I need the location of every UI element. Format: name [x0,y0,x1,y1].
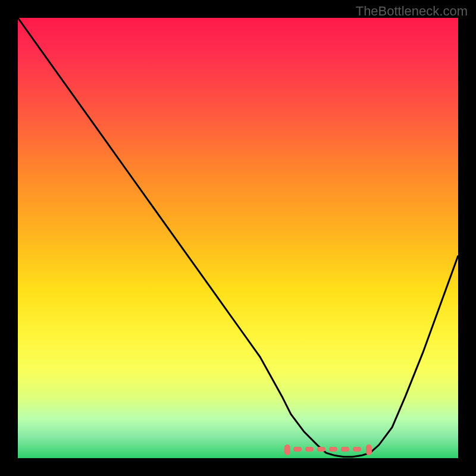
chart-plot-area [18,18,458,458]
marker-segment [353,447,361,452]
watermark-text: TheBottleneck.com [356,4,468,19]
marker-end-right [366,444,372,455]
marker-segment [293,447,302,452]
curve-svg [18,18,458,458]
marker-segment [317,447,325,452]
marker-segment [341,447,349,452]
marker-segment [305,447,314,452]
marker-segment [329,447,337,452]
bottleneck-curve [18,18,458,457]
marker-end-left [284,444,290,455]
